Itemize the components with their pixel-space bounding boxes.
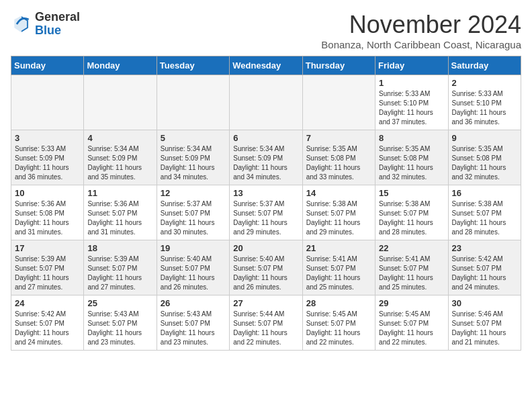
table-row: 9Sunrise: 5:35 AM Sunset: 5:08 PM Daylig… xyxy=(448,130,521,185)
location-subtitle: Bonanza, North Caribbean Coast, Nicaragu… xyxy=(321,39,521,50)
day-number: 11 xyxy=(87,188,152,198)
col-thursday: Thursday xyxy=(302,56,375,75)
title-section: November 2024 Bonanza, North Caribbean C… xyxy=(321,11,521,50)
table-row: 7Sunrise: 5:35 AM Sunset: 5:08 PM Daylig… xyxy=(302,130,375,185)
table-row: 2Sunrise: 5:33 AM Sunset: 5:10 PM Daylig… xyxy=(448,75,521,130)
day-detail: Sunrise: 5:35 AM Sunset: 5:08 PM Dayligh… xyxy=(379,144,444,182)
day-number: 29 xyxy=(379,298,444,308)
table-row: 19Sunrise: 5:40 AM Sunset: 5:07 PM Dayli… xyxy=(157,240,229,295)
table-row: 29Sunrise: 5:45 AM Sunset: 5:07 PM Dayli… xyxy=(375,295,448,351)
day-detail: Sunrise: 5:33 AM Sunset: 5:10 PM Dayligh… xyxy=(452,89,517,127)
day-detail: Sunrise: 5:34 AM Sunset: 5:09 PM Dayligh… xyxy=(87,144,152,182)
day-number: 3 xyxy=(15,133,80,143)
table-row: 6Sunrise: 5:34 AM Sunset: 5:09 PM Daylig… xyxy=(230,130,302,185)
table-row: 24Sunrise: 5:42 AM Sunset: 5:07 PM Dayli… xyxy=(11,295,84,351)
day-detail: Sunrise: 5:39 AM Sunset: 5:07 PM Dayligh… xyxy=(15,255,80,292)
table-row: 1Sunrise: 5:33 AM Sunset: 5:10 PM Daylig… xyxy=(375,75,448,130)
day-number: 26 xyxy=(161,298,226,308)
day-number: 9 xyxy=(452,133,517,143)
table-row: 22Sunrise: 5:41 AM Sunset: 5:07 PM Dayli… xyxy=(375,240,448,295)
table-row: 3Sunrise: 5:33 AM Sunset: 5:09 PM Daylig… xyxy=(11,130,84,185)
col-friday: Friday xyxy=(375,56,448,75)
calendar-week-row: 10Sunrise: 5:36 AM Sunset: 5:08 PM Dayli… xyxy=(11,185,521,240)
table-row xyxy=(230,75,302,130)
table-row xyxy=(11,75,84,130)
month-title: November 2024 xyxy=(321,11,521,39)
day-number: 5 xyxy=(161,133,226,143)
day-number: 28 xyxy=(306,298,371,308)
day-number: 7 xyxy=(306,133,371,143)
day-detail: Sunrise: 5:43 AM Sunset: 5:07 PM Dayligh… xyxy=(87,310,152,347)
day-detail: Sunrise: 5:35 AM Sunset: 5:08 PM Dayligh… xyxy=(306,144,371,182)
table-row: 28Sunrise: 5:45 AM Sunset: 5:07 PM Dayli… xyxy=(302,295,375,351)
day-number: 6 xyxy=(233,133,298,143)
day-detail: Sunrise: 5:38 AM Sunset: 5:07 PM Dayligh… xyxy=(306,199,371,237)
table-row: 5Sunrise: 5:34 AM Sunset: 5:09 PM Daylig… xyxy=(157,130,229,185)
day-detail: Sunrise: 5:40 AM Sunset: 5:07 PM Dayligh… xyxy=(161,255,226,292)
table-row: 12Sunrise: 5:37 AM Sunset: 5:07 PM Dayli… xyxy=(157,185,229,240)
day-number: 12 xyxy=(161,188,226,198)
day-number: 8 xyxy=(379,133,444,143)
day-number: 19 xyxy=(161,243,226,253)
day-number: 17 xyxy=(15,243,80,253)
day-detail: Sunrise: 5:38 AM Sunset: 5:07 PM Dayligh… xyxy=(379,199,444,237)
table-row: 17Sunrise: 5:39 AM Sunset: 5:07 PM Dayli… xyxy=(11,240,84,295)
day-detail: Sunrise: 5:33 AM Sunset: 5:09 PM Dayligh… xyxy=(15,144,80,182)
table-row xyxy=(84,75,157,130)
day-number: 10 xyxy=(15,188,80,198)
day-number: 30 xyxy=(452,298,517,308)
day-number: 13 xyxy=(233,188,298,198)
day-number: 18 xyxy=(87,243,152,253)
day-detail: Sunrise: 5:37 AM Sunset: 5:07 PM Dayligh… xyxy=(233,199,298,237)
day-detail: Sunrise: 5:35 AM Sunset: 5:08 PM Dayligh… xyxy=(452,144,517,182)
table-row: 26Sunrise: 5:43 AM Sunset: 5:07 PM Dayli… xyxy=(157,295,229,351)
logo-icon xyxy=(11,13,32,35)
day-detail: Sunrise: 5:45 AM Sunset: 5:07 PM Dayligh… xyxy=(379,310,444,347)
col-saturday: Saturday xyxy=(448,56,521,75)
col-monday: Monday xyxy=(84,56,157,75)
day-detail: Sunrise: 5:40 AM Sunset: 5:07 PM Dayligh… xyxy=(233,255,298,292)
table-row xyxy=(302,75,375,130)
table-row: 8Sunrise: 5:35 AM Sunset: 5:08 PM Daylig… xyxy=(375,130,448,185)
table-row: 30Sunrise: 5:46 AM Sunset: 5:07 PM Dayli… xyxy=(448,295,521,351)
day-number: 21 xyxy=(306,243,371,253)
day-number: 16 xyxy=(452,188,517,198)
day-detail: Sunrise: 5:38 AM Sunset: 5:07 PM Dayligh… xyxy=(452,199,517,237)
calendar-week-row: 3Sunrise: 5:33 AM Sunset: 5:09 PM Daylig… xyxy=(11,130,521,185)
calendar-week-row: 17Sunrise: 5:39 AM Sunset: 5:07 PM Dayli… xyxy=(11,240,521,295)
day-detail: Sunrise: 5:34 AM Sunset: 5:09 PM Dayligh… xyxy=(233,144,298,182)
day-number: 1 xyxy=(379,78,444,88)
table-row: 14Sunrise: 5:38 AM Sunset: 5:07 PM Dayli… xyxy=(302,185,375,240)
day-detail: Sunrise: 5:36 AM Sunset: 5:08 PM Dayligh… xyxy=(15,199,80,237)
calendar-table: Sunday Monday Tuesday Wednesday Thursday… xyxy=(11,56,521,351)
table-row xyxy=(157,75,229,130)
day-number: 22 xyxy=(379,243,444,253)
col-sunday: Sunday xyxy=(11,56,84,75)
day-detail: Sunrise: 5:41 AM Sunset: 5:07 PM Dayligh… xyxy=(306,255,371,292)
table-row: 21Sunrise: 5:41 AM Sunset: 5:07 PM Dayli… xyxy=(302,240,375,295)
day-number: 20 xyxy=(233,243,298,253)
day-detail: Sunrise: 5:33 AM Sunset: 5:10 PM Dayligh… xyxy=(379,89,444,127)
table-row: 23Sunrise: 5:42 AM Sunset: 5:07 PM Dayli… xyxy=(448,240,521,295)
day-detail: Sunrise: 5:43 AM Sunset: 5:07 PM Dayligh… xyxy=(161,310,226,347)
table-row: 20Sunrise: 5:40 AM Sunset: 5:07 PM Dayli… xyxy=(230,240,302,295)
table-row: 11Sunrise: 5:36 AM Sunset: 5:07 PM Dayli… xyxy=(84,185,157,240)
day-detail: Sunrise: 5:37 AM Sunset: 5:07 PM Dayligh… xyxy=(161,199,226,237)
day-detail: Sunrise: 5:42 AM Sunset: 5:07 PM Dayligh… xyxy=(452,255,517,292)
table-row: 16Sunrise: 5:38 AM Sunset: 5:07 PM Dayli… xyxy=(448,185,521,240)
table-row: 15Sunrise: 5:38 AM Sunset: 5:07 PM Dayli… xyxy=(375,185,448,240)
day-detail: Sunrise: 5:42 AM Sunset: 5:07 PM Dayligh… xyxy=(15,310,80,347)
col-tuesday: Tuesday xyxy=(157,56,229,75)
day-number: 4 xyxy=(87,133,152,143)
day-number: 25 xyxy=(87,298,152,308)
calendar-header-row: Sunday Monday Tuesday Wednesday Thursday… xyxy=(11,56,521,75)
day-detail: Sunrise: 5:45 AM Sunset: 5:07 PM Dayligh… xyxy=(306,310,371,347)
day-number: 23 xyxy=(452,243,517,253)
day-detail: Sunrise: 5:44 AM Sunset: 5:07 PM Dayligh… xyxy=(233,310,298,347)
table-row: 18Sunrise: 5:39 AM Sunset: 5:07 PM Dayli… xyxy=(84,240,157,295)
day-detail: Sunrise: 5:34 AM Sunset: 5:09 PM Dayligh… xyxy=(161,144,226,182)
calendar-week-row: 1Sunrise: 5:33 AM Sunset: 5:10 PM Daylig… xyxy=(11,75,521,130)
day-detail: Sunrise: 5:36 AM Sunset: 5:07 PM Dayligh… xyxy=(87,199,152,237)
day-number: 24 xyxy=(15,298,80,308)
col-wednesday: Wednesday xyxy=(230,56,302,75)
